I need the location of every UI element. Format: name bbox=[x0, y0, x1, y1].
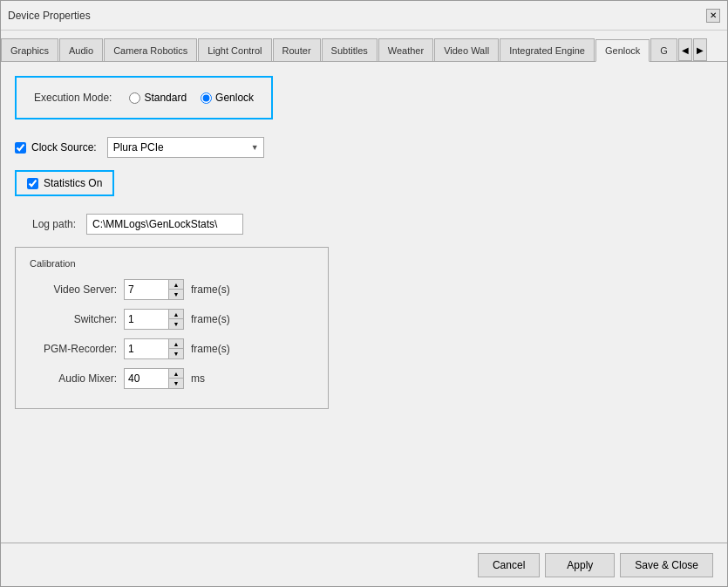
switcher-down[interactable]: ▼ bbox=[169, 319, 183, 329]
switcher-input[interactable] bbox=[125, 310, 168, 329]
calibration-switcher-row: Switcher: ▲ ▼ frame(s) bbox=[30, 309, 314, 330]
calibration-box: Calibration Video Server: ▲ ▼ frame(s) S… bbox=[15, 247, 329, 409]
video-server-label: Video Server: bbox=[30, 283, 117, 296]
device-properties-window: Device Properties ✕ Graphics Audio Camer… bbox=[0, 0, 728, 587]
switcher-spinner: ▲ ▼ bbox=[124, 309, 184, 330]
title-bar: Device Properties ✕ bbox=[1, 1, 727, 31]
apply-button[interactable]: Apply bbox=[545, 553, 615, 577]
video-server-unit: frame(s) bbox=[191, 283, 230, 296]
radio-genlock[interactable]: Genlock bbox=[201, 92, 254, 104]
video-server-up[interactable]: ▲ bbox=[169, 280, 183, 290]
tab-bar: Graphics Audio Camera Robotics Light Con… bbox=[1, 31, 727, 62]
tab-light-control[interactable]: Light Control bbox=[198, 38, 271, 61]
tab-weather[interactable]: Weather bbox=[378, 38, 433, 61]
audio-mixer-input[interactable] bbox=[125, 369, 168, 388]
execution-mode-box: Execution Mode: Standard Genlock bbox=[15, 76, 273, 119]
tab-integrated-engine[interactable]: Integrated Engine bbox=[500, 38, 595, 61]
clock-source-select-wrapper: Plura PCIe Internal External bbox=[107, 137, 264, 158]
video-server-input[interactable] bbox=[125, 280, 168, 299]
calibration-video-server-row: Video Server: ▲ ▼ frame(s) bbox=[30, 279, 314, 300]
calibration-pgm-recorder-row: PGM-Recorder: ▲ ▼ frame(s) bbox=[30, 338, 314, 359]
audio-mixer-label: Audio Mixer: bbox=[30, 372, 117, 385]
pgm-recorder-label: PGM-Recorder: bbox=[30, 343, 117, 355]
clock-source-row: Clock Source: Plura PCIe Internal Extern… bbox=[15, 137, 713, 158]
footer: Cancel Apply Save & Close bbox=[1, 543, 727, 586]
pgm-recorder-input[interactable] bbox=[125, 339, 168, 358]
log-path-row: Log path: bbox=[15, 214, 713, 235]
tab-audio[interactable]: Audio bbox=[59, 38, 103, 61]
statistics-checkbox-label[interactable]: Statistics On bbox=[27, 177, 102, 189]
pgm-recorder-spinner: ▲ ▼ bbox=[124, 338, 184, 359]
main-content: Execution Mode: Standard Genlock Clock S… bbox=[1, 62, 727, 543]
tab-genlock[interactable]: Genlock bbox=[595, 39, 650, 62]
calibration-title: Calibration bbox=[30, 258, 314, 269]
clock-source-dropdown[interactable]: Plura PCIe Internal External bbox=[107, 137, 264, 158]
tab-subtitles[interactable]: Subtitles bbox=[322, 38, 378, 61]
switcher-up[interactable]: ▲ bbox=[169, 310, 183, 319]
window-title: Device Properties bbox=[8, 10, 91, 22]
execution-mode-label: Execution Mode: bbox=[34, 92, 112, 104]
statistics-box: Statistics On bbox=[15, 170, 114, 196]
audio-mixer-unit: ms bbox=[191, 372, 205, 385]
switcher-label: Switcher: bbox=[30, 313, 117, 325]
save-close-button[interactable]: Save & Close bbox=[620, 553, 713, 577]
video-server-spinner: ▲ ▼ bbox=[124, 279, 184, 300]
audio-mixer-down[interactable]: ▼ bbox=[169, 379, 183, 388]
tab-scroll-right[interactable]: ▶ bbox=[693, 38, 707, 61]
radio-standard[interactable]: Standard bbox=[129, 92, 187, 104]
video-server-down[interactable]: ▼ bbox=[169, 290, 183, 299]
log-path-label: Log path: bbox=[15, 218, 76, 230]
tab-graphics[interactable]: Graphics bbox=[1, 38, 58, 61]
pgm-recorder-up[interactable]: ▲ bbox=[169, 339, 183, 349]
tab-router[interactable]: Router bbox=[273, 38, 321, 61]
calibration-audio-mixer-row: Audio Mixer: ▲ ▼ ms bbox=[30, 368, 314, 389]
statistics-checkbox[interactable] bbox=[27, 178, 38, 189]
pgm-recorder-unit: frame(s) bbox=[191, 343, 230, 355]
tab-camera-robotics[interactable]: Camera Robotics bbox=[104, 38, 197, 61]
clock-source-checkbox-label[interactable]: Clock Source: bbox=[15, 141, 97, 154]
tab-scroll-left[interactable]: ◀ bbox=[678, 38, 692, 61]
pgm-recorder-down[interactable]: ▼ bbox=[169, 349, 183, 358]
tab-video-wall[interactable]: Video Wall bbox=[434, 38, 499, 61]
clock-source-checkbox[interactable] bbox=[15, 142, 26, 154]
audio-mixer-up[interactable]: ▲ bbox=[169, 369, 183, 379]
execution-mode-radio-group: Standard Genlock bbox=[129, 92, 254, 104]
cancel-button[interactable]: Cancel bbox=[478, 553, 540, 577]
tab-g[interactable]: G bbox=[650, 38, 677, 61]
switcher-unit: frame(s) bbox=[191, 313, 230, 325]
log-path-input[interactable] bbox=[86, 214, 243, 235]
close-button[interactable]: ✕ bbox=[706, 9, 720, 23]
audio-mixer-spinner: ▲ ▼ bbox=[124, 368, 184, 389]
